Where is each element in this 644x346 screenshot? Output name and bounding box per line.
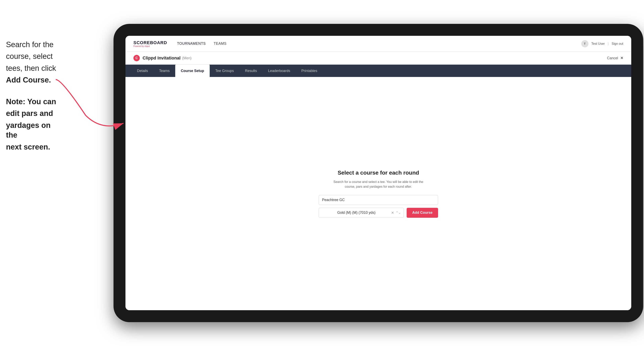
- tab-printables[interactable]: Printables: [296, 65, 323, 77]
- tablet-screen: SCOREBOARD Powered by clippd TOURNAMENTS…: [126, 36, 631, 310]
- nav-teams[interactable]: TEAMS: [214, 41, 226, 46]
- nav-tournaments[interactable]: TOURNAMENTS: [177, 41, 206, 46]
- tab-results[interactable]: Results: [239, 65, 262, 77]
- tab-tee-groups[interactable]: Tee Groups: [210, 65, 239, 77]
- tee-select-controls: ✕ ⌃⌄: [391, 211, 401, 215]
- tablet-shell: SCOREBOARD Powered by clippd TOURNAMENTS…: [114, 24, 643, 322]
- annotation-note3: yardages on the: [6, 121, 60, 140]
- annotation-line1: Search for the: [6, 40, 60, 49]
- user-area: T Test User | Sign out: [581, 40, 623, 47]
- nav-links: TOURNAMENTS TEAMS: [177, 41, 581, 46]
- tab-details[interactable]: Details: [132, 65, 154, 77]
- panel-title: Select a course for each round: [318, 170, 438, 176]
- logo-text: SCOREBOARD: [134, 40, 167, 45]
- tab-bar: Details Teams Course Setup Tee Groups Re…: [126, 65, 631, 77]
- tab-teams[interactable]: Teams: [154, 65, 175, 77]
- tournament-type: (Men): [182, 56, 192, 60]
- annotation-block: Search for the course, select tees, then…: [6, 40, 60, 154]
- cancel-x-icon: ✕: [620, 56, 623, 60]
- logo-sub: Powered by clippd: [134, 45, 167, 47]
- main-content: Select a course for each round Search fo…: [126, 77, 631, 310]
- annotation-note1: Note: You can: [6, 97, 60, 107]
- annotation-note2: edit pars and: [6, 109, 60, 118]
- tab-leaderboards[interactable]: Leaderboards: [262, 65, 296, 77]
- user-name: Test User: [592, 42, 605, 45]
- panel-subtitle: Search for a course and select a tee. Yo…: [318, 179, 438, 189]
- annotation-note4: next screen.: [6, 142, 60, 152]
- tee-clear-icon[interactable]: ✕: [391, 211, 394, 215]
- annotation-line4: Add Course.: [6, 75, 60, 85]
- tee-select-text: Gold (M) (M) (7010 yds): [322, 211, 391, 215]
- annotation-line3: tees, then click: [6, 63, 60, 73]
- user-avatar: T: [581, 40, 588, 47]
- tee-chevron-icon: ⌃⌄: [396, 211, 401, 214]
- tee-select-row: Gold (M) (M) (7010 yds) ✕ ⌃⌄ Add Course: [318, 208, 438, 218]
- tournament-name: Clippd Invitational: [142, 55, 180, 61]
- course-search-input[interactable]: [318, 195, 438, 205]
- logo-area: SCOREBOARD Powered by clippd: [134, 40, 167, 47]
- tournament-header: C Clippd Invitational (Men) Cancel ✕: [126, 52, 631, 65]
- add-course-button[interactable]: Add Course: [407, 208, 438, 218]
- annotation-line2: course, select: [6, 51, 60, 61]
- cancel-button[interactable]: Cancel ✕: [607, 56, 623, 60]
- tab-course-setup[interactable]: Course Setup: [175, 65, 210, 77]
- tournament-icon: C: [134, 55, 140, 61]
- course-select-panel: Select a course for each round Search fo…: [318, 170, 438, 218]
- sign-out-link[interactable]: Sign out: [612, 42, 623, 45]
- top-nav: SCOREBOARD Powered by clippd TOURNAMENTS…: [126, 36, 631, 52]
- tee-select-wrapper[interactable]: Gold (M) (M) (7010 yds) ✕ ⌃⌄: [318, 208, 404, 218]
